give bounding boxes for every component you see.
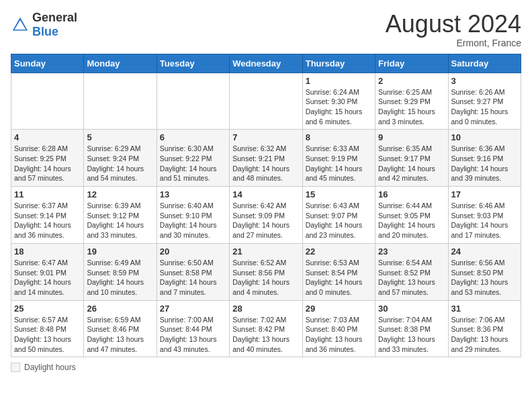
location: Ermont, France: [386, 38, 521, 48]
day-info: Sunrise: 6:49 AMSunset: 8:59 PMDaylight:…: [87, 258, 153, 298]
day-info: Sunrise: 6:35 AMSunset: 9:17 PMDaylight:…: [378, 144, 445, 183]
calendar-week-3: 18Sunrise: 6:47 AMSunset: 9:01 PMDayligh…: [11, 243, 521, 300]
day-info: Sunrise: 6:40 AMSunset: 9:10 PMDaylight:…: [160, 201, 226, 240]
calendar-cell: 28Sunrise: 7:02 AMSunset: 8:42 PMDayligh…: [230, 300, 302, 357]
day-number: 7: [232, 132, 299, 142]
day-number: 13: [160, 189, 226, 199]
calendar-cell: 17Sunrise: 6:46 AMSunset: 9:03 PMDayligh…: [448, 187, 521, 244]
month-year: August 2024: [386, 11, 521, 38]
calendar-cell: 11Sunrise: 6:37 AMSunset: 9:14 PMDayligh…: [11, 187, 84, 244]
day-number: 20: [160, 246, 226, 257]
calendar-cell: 2Sunrise: 6:25 AMSunset: 9:29 PMDaylight…: [375, 73, 448, 130]
calendar-cell: 26Sunrise: 6:59 AMSunset: 8:46 PMDayligh…: [84, 300, 157, 357]
calendar-cell: 23Sunrise: 6:54 AMSunset: 8:52 PMDayligh…: [375, 243, 448, 300]
calendar-week-1: 4Sunrise: 6:28 AMSunset: 9:25 PMDaylight…: [11, 130, 521, 187]
day-number: 4: [14, 132, 81, 142]
calendar-cell: 27Sunrise: 7:00 AMSunset: 8:44 PMDayligh…: [157, 300, 229, 357]
calendar-cell: 16Sunrise: 6:44 AMSunset: 9:05 PMDayligh…: [375, 187, 448, 244]
day-number: 14: [232, 189, 299, 199]
day-info: Sunrise: 6:39 AMSunset: 9:12 PMDaylight:…: [87, 201, 153, 240]
day-number: 24: [451, 246, 518, 257]
legend: Daylight hours: [11, 363, 521, 372]
calendar-cell: 29Sunrise: 7:03 AMSunset: 8:40 PMDayligh…: [302, 300, 375, 357]
day-info: Sunrise: 6:50 AMSunset: 8:58 PMDaylight:…: [160, 258, 226, 298]
calendar-cell: 14Sunrise: 6:42 AMSunset: 9:09 PMDayligh…: [230, 187, 302, 244]
header-tuesday: Tuesday: [157, 54, 229, 73]
day-info: Sunrise: 6:30 AMSunset: 9:22 PMDaylight:…: [160, 144, 226, 183]
day-number: 6: [160, 132, 226, 142]
calendar-week-2: 11Sunrise: 6:37 AMSunset: 9:14 PMDayligh…: [11, 187, 521, 244]
day-number: 15: [306, 189, 372, 199]
header-monday: Monday: [84, 54, 157, 73]
day-number: 18: [14, 246, 81, 257]
header-sunday: Sunday: [11, 54, 84, 73]
day-info: Sunrise: 6:37 AMSunset: 9:14 PMDaylight:…: [14, 201, 81, 240]
calendar-cell: 24Sunrise: 6:56 AMSunset: 8:50 PMDayligh…: [448, 243, 521, 300]
day-number: 1: [306, 76, 372, 86]
day-info: Sunrise: 7:06 AMSunset: 8:36 PMDaylight:…: [451, 315, 518, 355]
calendar-cell: 31Sunrise: 7:06 AMSunset: 8:36 PMDayligh…: [448, 300, 521, 357]
calendar-cell: 7Sunrise: 6:32 AMSunset: 9:21 PMDaylight…: [230, 130, 302, 187]
calendar-cell: 20Sunrise: 6:50 AMSunset: 8:58 PMDayligh…: [157, 243, 229, 300]
day-info: Sunrise: 6:44 AMSunset: 9:05 PMDaylight:…: [378, 201, 445, 240]
calendar-table: Sunday Monday Tuesday Wednesday Thursday…: [11, 54, 521, 358]
day-info: Sunrise: 6:53 AMSunset: 8:54 PMDaylight:…: [306, 258, 372, 298]
day-info: Sunrise: 7:03 AMSunset: 8:40 PMDaylight:…: [306, 315, 372, 355]
calendar-week-0: 1Sunrise: 6:24 AMSunset: 9:30 PMDaylight…: [11, 73, 521, 130]
day-info: Sunrise: 6:24 AMSunset: 9:30 PMDaylight:…: [306, 87, 372, 127]
day-number: 3: [451, 76, 518, 86]
day-info: Sunrise: 6:33 AMSunset: 9:19 PMDaylight:…: [306, 144, 372, 183]
logo-text-general: General: [32, 11, 77, 24]
calendar-cell: 13Sunrise: 6:40 AMSunset: 9:10 PMDayligh…: [157, 187, 229, 244]
page-header: General Blue August 2024 Ermont, France: [11, 11, 521, 48]
legend-box: [11, 363, 20, 372]
day-number: 27: [160, 304, 226, 314]
day-info: Sunrise: 6:46 AMSunset: 9:03 PMDaylight:…: [451, 201, 518, 240]
calendar-cell: 22Sunrise: 6:53 AMSunset: 8:54 PMDayligh…: [302, 243, 375, 300]
day-info: Sunrise: 6:29 AMSunset: 9:24 PMDaylight:…: [87, 144, 153, 183]
calendar-cell: [84, 73, 157, 130]
calendar-cell: 15Sunrise: 6:43 AMSunset: 9:07 PMDayligh…: [302, 187, 375, 244]
calendar-cell: 18Sunrise: 6:47 AMSunset: 9:01 PMDayligh…: [11, 243, 84, 300]
day-info: Sunrise: 6:57 AMSunset: 8:48 PMDaylight:…: [14, 315, 81, 355]
day-number: 23: [378, 246, 445, 257]
day-number: 16: [378, 189, 445, 199]
header-thursday: Thursday: [302, 54, 375, 73]
day-number: 17: [451, 189, 518, 199]
day-info: Sunrise: 6:56 AMSunset: 8:50 PMDaylight:…: [451, 258, 518, 298]
calendar-cell: [157, 73, 229, 130]
logo-text-blue: Blue: [32, 25, 58, 38]
day-number: 10: [451, 132, 518, 142]
day-info: Sunrise: 6:42 AMSunset: 9:09 PMDaylight:…: [232, 201, 299, 240]
title-area: August 2024 Ermont, France: [386, 11, 521, 48]
logo-icon: [11, 15, 30, 34]
header-row: Sunday Monday Tuesday Wednesday Thursday…: [11, 54, 521, 73]
day-number: 30: [378, 304, 445, 314]
calendar-cell: 8Sunrise: 6:33 AMSunset: 9:19 PMDaylight…: [302, 130, 375, 187]
calendar-cell: 9Sunrise: 6:35 AMSunset: 9:17 PMDaylight…: [375, 130, 448, 187]
day-number: 21: [232, 246, 299, 257]
day-number: 19: [87, 246, 153, 257]
day-number: 22: [306, 246, 372, 257]
day-info: Sunrise: 6:47 AMSunset: 9:01 PMDaylight:…: [14, 258, 81, 298]
calendar-cell: 3Sunrise: 6:26 AMSunset: 9:27 PMDaylight…: [448, 73, 521, 130]
header-wednesday: Wednesday: [230, 54, 302, 73]
day-number: 9: [378, 132, 445, 142]
day-number: 5: [87, 132, 153, 142]
calendar-cell: 30Sunrise: 7:04 AMSunset: 8:38 PMDayligh…: [375, 300, 448, 357]
logo: General Blue: [11, 11, 77, 39]
day-info: Sunrise: 7:00 AMSunset: 8:44 PMDaylight:…: [160, 315, 226, 355]
calendar-cell: 6Sunrise: 6:30 AMSunset: 9:22 PMDaylight…: [157, 130, 229, 187]
day-info: Sunrise: 6:25 AMSunset: 9:29 PMDaylight:…: [378, 87, 445, 127]
calendar-header: Sunday Monday Tuesday Wednesday Thursday…: [11, 54, 521, 73]
calendar-cell: 12Sunrise: 6:39 AMSunset: 9:12 PMDayligh…: [84, 187, 157, 244]
calendar-cell: 19Sunrise: 6:49 AMSunset: 8:59 PMDayligh…: [84, 243, 157, 300]
day-number: 12: [87, 189, 153, 199]
day-info: Sunrise: 6:43 AMSunset: 9:07 PMDaylight:…: [306, 201, 372, 240]
day-info: Sunrise: 6:26 AMSunset: 9:27 PMDaylight:…: [451, 87, 518, 127]
calendar-cell: 21Sunrise: 6:52 AMSunset: 8:56 PMDayligh…: [230, 243, 302, 300]
day-number: 31: [451, 304, 518, 314]
day-number: 29: [306, 304, 372, 314]
day-info: Sunrise: 6:52 AMSunset: 8:56 PMDaylight:…: [232, 258, 299, 298]
day-number: 26: [87, 304, 153, 314]
